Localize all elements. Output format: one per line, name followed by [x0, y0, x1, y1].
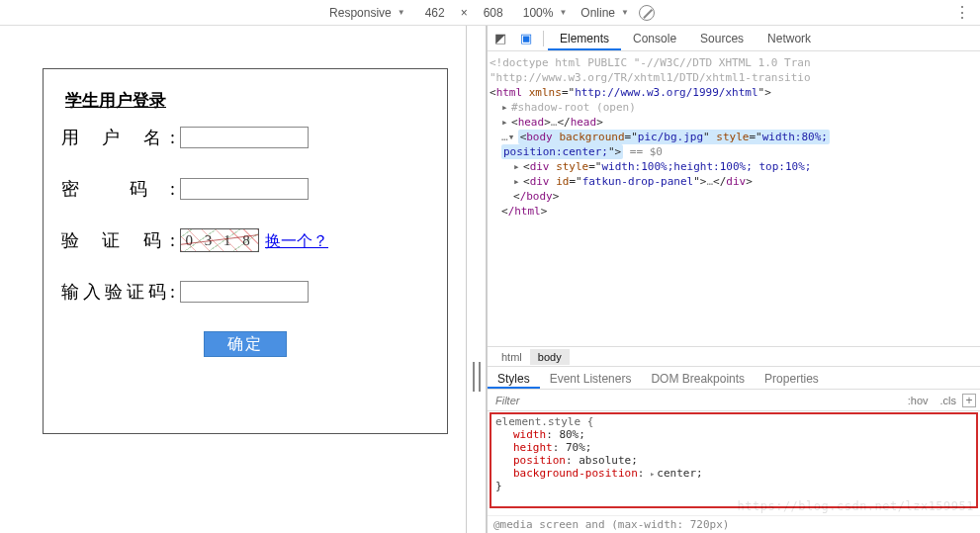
- viewport-resize-gutter[interactable]: [467, 26, 487, 533]
- viewport-width-input[interactable]: [415, 5, 455, 21]
- watermark-text: https://blog.csdn.net/lzx159951: [738, 499, 974, 513]
- login-form: 学生用户登录 用 户 名: 密 码: 验 证 码: 0 3 1 8 换一个？ 输…: [43, 68, 448, 434]
- styles-subtabs: Styles Event Listeners DOM Breakpoints P…: [488, 366, 980, 390]
- dom-doctype-line1: <!doctype html PUBLIC "-//W3C//DTD XHTML…: [490, 56, 811, 69]
- dimensions-times: ×: [461, 6, 468, 20]
- input-captcha-label: 输入验证码:: [61, 280, 180, 304]
- username-label: 用 户 名:: [61, 126, 180, 149]
- crumb-body[interactable]: body: [530, 349, 570, 365]
- dom-tree[interactable]: <!doctype html PUBLIC "-//W3C//DTD XHTML…: [488, 51, 980, 346]
- row-username: 用 户 名:: [61, 126, 429, 149]
- device-mode-dropdown[interactable]: Responsive: [325, 4, 409, 22]
- dom-html-close[interactable]: </html>: [490, 204, 980, 219]
- username-input[interactable]: [180, 127, 309, 148]
- expand-arrow-icon[interactable]: ▸: [501, 115, 511, 130]
- network-throttle-dropdown[interactable]: Online: [577, 4, 633, 22]
- subtab-styles[interactable]: Styles: [488, 367, 540, 389]
- tab-network[interactable]: Network: [756, 26, 823, 50]
- password-input[interactable]: [180, 178, 309, 200]
- hov-toggle[interactable]: :hov: [902, 395, 935, 406]
- captcha-image: 0 3 1 8: [180, 228, 259, 252]
- dom-html-open[interactable]: <html xmlns="http://www.w3.org/1999/xhtm…: [490, 86, 771, 99]
- rule-line-bgpos[interactable]: background-position: ▸center;: [495, 467, 974, 480]
- captcha-input[interactable]: [180, 281, 309, 303]
- devtools-tabs: ◩ ▣ Elements Console Sources Network: [488, 26, 980, 51]
- tab-separator: [543, 31, 544, 46]
- zoom-dropdown[interactable]: 100%: [519, 4, 572, 22]
- rotate-icon[interactable]: [639, 5, 655, 21]
- change-captcha-link[interactable]: 换一个？: [265, 231, 328, 252]
- toggle-device-toolbar-icon[interactable]: ▣: [513, 31, 539, 45]
- rule-line-width[interactable]: width: 80%;: [495, 428, 974, 441]
- inspect-element-icon[interactable]: ◩: [488, 31, 513, 45]
- tab-console[interactable]: Console: [621, 26, 688, 50]
- submit-button[interactable]: 确定: [204, 331, 287, 357]
- styles-filter-bar: :hov .cls +: [488, 390, 980, 411]
- crumb-html[interactable]: html: [493, 349, 530, 365]
- dom-body-close[interactable]: </body>: [490, 189, 980, 204]
- tab-sources[interactable]: Sources: [688, 26, 756, 50]
- emulated-viewport-wrap: 学生用户登录 用 户 名: 密 码: 验 证 码: 0 3 1 8 换一个？ 输…: [0, 26, 467, 533]
- device-toolbar: Responsive × 100% Online ⋮: [0, 0, 980, 26]
- dom-doctype-line2: "http://www.w3.org/TR/xhtml1/DTD/xhtml1-…: [490, 71, 811, 84]
- expand-arrow-icon[interactable]: ▸: [513, 174, 523, 189]
- dom-div1[interactable]: ▸<div style="width:100%;height:100%; top…: [490, 159, 980, 174]
- rule-line-position[interactable]: position: absolute;: [495, 454, 974, 467]
- subtab-event-listeners[interactable]: Event Listeners: [540, 367, 642, 389]
- expand-arrow-icon[interactable]: ▸: [644, 469, 655, 479]
- row-input-captcha: 输入验证码:: [61, 280, 429, 304]
- subtab-dom-breakpoints[interactable]: DOM Breakpoints: [641, 367, 755, 389]
- styles-rule-block[interactable]: element.style { width: 80%; height: 70%;…: [488, 411, 980, 515]
- dom-head[interactable]: ▸<head>…</head>: [490, 115, 980, 130]
- new-style-rule-icon[interactable]: +: [962, 394, 976, 407]
- expand-arrow-icon[interactable]: ▸: [513, 159, 523, 174]
- viewport-resize-handle-icon[interactable]: [473, 362, 481, 392]
- tab-elements[interactable]: Elements: [548, 26, 621, 50]
- dom-body-open[interactable]: …▾<body background="pic/bg.jpg" style="w…: [490, 130, 980, 144]
- cls-toggle[interactable]: .cls: [935, 395, 963, 406]
- main-area: 学生用户登录 用 户 名: 密 码: 验 证 码: 0 3 1 8 换一个？ 输…: [0, 26, 980, 533]
- row-password: 密 码:: [61, 177, 429, 201]
- dom-breadcrumbs: html body: [488, 346, 980, 366]
- dom-shadow-root[interactable]: ▸#shadow-root (open): [490, 100, 980, 115]
- subtab-properties[interactable]: Properties: [755, 367, 829, 389]
- row-captcha: 验 证 码: 0 3 1 8 换一个？: [61, 228, 429, 252]
- expand-arrow-icon[interactable]: ▾: [508, 130, 518, 144]
- viewport-height-input[interactable]: [474, 5, 513, 21]
- dom-div2[interactable]: ▸<div id="fatkun-drop-panel">…</div>: [490, 174, 980, 189]
- next-rule-media: @media screen and (max-width: 720px): [488, 515, 980, 533]
- password-label: 密 码:: [61, 177, 180, 201]
- dom-body-open-cont[interactable]: position:center;"> == $0: [490, 144, 980, 159]
- rule-closing-brace: }: [495, 480, 502, 492]
- styles-filter-input[interactable]: [491, 394, 902, 407]
- emulated-viewport: 学生用户登录 用 户 名: 密 码: 验 证 码: 0 3 1 8 换一个？ 输…: [3, 29, 460, 528]
- login-title: 学生用户登录: [65, 89, 429, 112]
- expand-arrow-icon[interactable]: ▸: [501, 100, 511, 115]
- devtools-panel: ◩ ▣ Elements Console Sources Network <!d…: [487, 26, 980, 533]
- captcha-label: 验 证 码:: [61, 228, 180, 252]
- rule-selector: element.style {: [495, 415, 593, 428]
- rule-line-height[interactable]: height: 70%;: [495, 441, 974, 454]
- device-toolbar-menu-icon[interactable]: ⋮: [954, 3, 970, 22]
